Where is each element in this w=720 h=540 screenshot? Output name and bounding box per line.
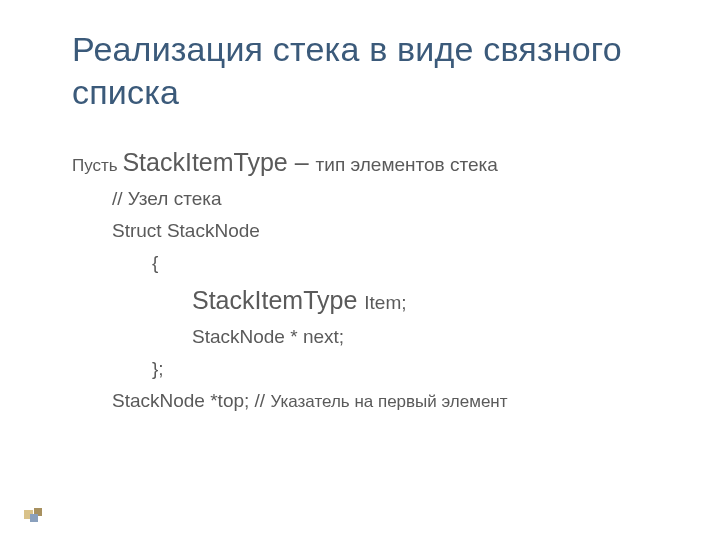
intro-suffix: тип элементов стека bbox=[316, 154, 498, 175]
slide-body: Пусть StackItemType – тип элементов стек… bbox=[72, 141, 672, 416]
code-comment-node: // Узел стека bbox=[72, 183, 672, 215]
code-brace-open: { bbox=[72, 247, 672, 279]
code-struct-decl: Struct StackNode bbox=[72, 215, 672, 247]
code-field-item-type: StackItemType bbox=[192, 286, 364, 314]
code-top-comment: Указатель на первый элемент bbox=[270, 392, 507, 411]
slide-title: Реализация стека в виде связного списка bbox=[72, 28, 672, 113]
intro-line: Пусть StackItemType – тип элементов стек… bbox=[72, 141, 672, 183]
intro-dash: – bbox=[288, 148, 316, 176]
code-field-item: StackItemType Item; bbox=[72, 279, 672, 321]
code-top-decl: StackNode *top; // bbox=[112, 390, 270, 411]
code-field-next: StackNode * next; bbox=[72, 321, 672, 353]
code-brace-close: }; bbox=[72, 353, 672, 385]
intro-prefix: Пусть bbox=[72, 156, 122, 175]
code-top-line: StackNode *top; // Указатель на первый э… bbox=[72, 385, 672, 417]
slide: Реализация стека в виде связного списка … bbox=[0, 0, 720, 540]
corner-decor-icon bbox=[24, 508, 58, 522]
intro-type: StackItemType bbox=[122, 148, 287, 176]
code-field-item-name: Item; bbox=[364, 292, 406, 313]
